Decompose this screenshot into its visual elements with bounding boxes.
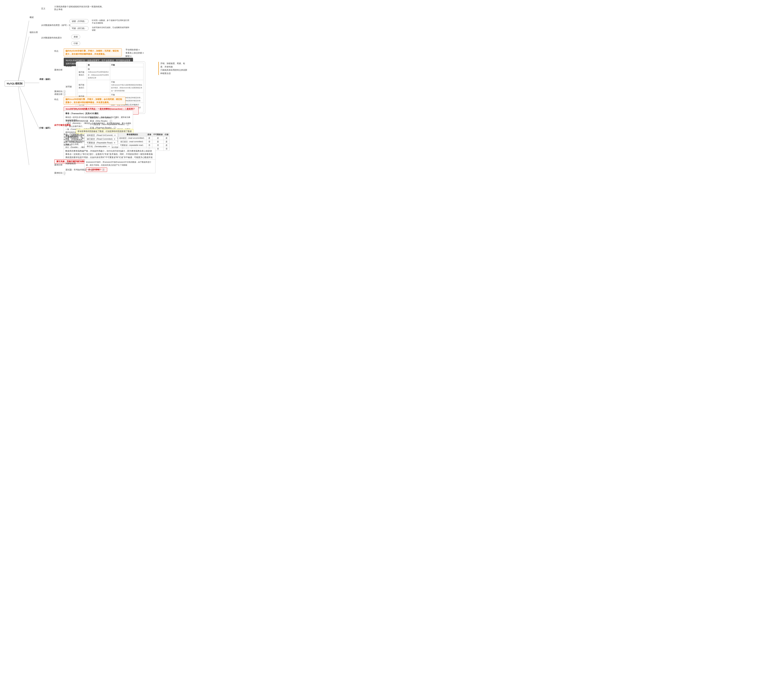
transaction-title: 事务（Transaction）及其ACID属性 (66, 112, 131, 115)
svg-line-4 (18, 83, 29, 165)
node-table-lock-small: 表锁 (71, 35, 80, 39)
lost-update-text: 更新丢失（Lost Update） (90, 116, 113, 119)
gap-lock: 间隙锁危害 (66, 162, 76, 165)
table-feature-text: 偏向MyISAM存储引擎，开销小，加锁快；无死锁；锁定粒度大，发生锁冲突的概率最… (66, 50, 119, 55)
read-lock-content: 能 不能 能不能查自己 能当前session可以查询该表记录，其他session… (76, 61, 145, 114)
dirty-phantom-text: 脏读是事务B里面修改了数据、幻读是事务B里面新增了数据 (78, 130, 132, 132)
table-feature-label: 特点 (54, 50, 58, 53)
node-by-granularity: 从对数据操作的粒度分 (41, 37, 62, 39)
row-ca-text: 案例分析 (54, 164, 62, 166)
conclusion-circle: 1 (63, 90, 66, 93)
nr-circle: 3 (126, 123, 129, 126)
innodb-feature-text: 偏向InnoDB存储引擎，开锁大，加锁慢；会出现死锁；锁定粒度最小，发生锁冲突的… (66, 98, 122, 103)
right-note-line2: 只能就具体应用的特点来说那种锁更合适 (161, 69, 187, 75)
lu-circle: 1 (114, 116, 117, 119)
table-check: 查看表上加过的锁 ≡ (126, 52, 144, 55)
row-lock-analysis: 行锁分析 1 (54, 175, 66, 175)
isolation-note: 脏读、不可重复读、幻读，都是数据库读一致性问题，必须由数据库提供一定的事务隔离机… (64, 133, 83, 146)
dirty-reads: 脏读（Dirty Reads） 2 (90, 120, 112, 122)
row-feature-label: 特点 (54, 98, 58, 101)
node-by-rw: 从对数据操作的类型（读/写）分 (41, 24, 71, 27)
node-row-lock-small: 行锁 (71, 41, 80, 45)
write-lock-note: 当前写操作没有完成前，它会阻断其他写锁和读锁 (92, 26, 129, 31)
row-feature-box: 偏向InnoDB存储引擎，开锁大，加锁慢；会出现死锁；锁定粒度最小，发生锁冲突的… (64, 97, 126, 105)
read-lock-case: 加读锁 (66, 65, 72, 67)
dr-circle: 2 (109, 120, 112, 122)
table-case-analysis: 案例分析 (54, 69, 62, 71)
page-container: MySQL锁机制 概述 定义 计算机协调多个进程或线程并发访问某一资源的机制。 … (0, 0, 190, 175)
row-case-analysis: 案例分析 (54, 164, 62, 166)
lost-update: 更新丢失（Lost Update） 1 (90, 116, 117, 119)
gap-q-circle: 2 (102, 168, 105, 171)
concurrent-problems: 并发事务处理带来的问题 (66, 120, 88, 122)
phantom-reads: 幻读（Phantom Reads） 4 (90, 127, 116, 129)
branch-row-lock: 行锁（偏写） (39, 127, 52, 129)
interview-node: 面试题：常考如何锁定一行 2 (66, 168, 94, 171)
branch-overview: 概述 (30, 16, 34, 19)
row-lock-support-tx: 由于行锁支持事务 (54, 124, 71, 127)
mindmap: MySQL锁机制 概述 定义 计算机协调多个进程或线程并发访问某一资源的机制。 … (2, 2, 188, 170)
analysis-circle: 1 (63, 93, 66, 95)
table-unlock: 解锁 ≡ (126, 55, 131, 58)
row-case-conclusion: 案例结论 1 (54, 172, 66, 174)
central-node: MySQL锁机制 (5, 81, 25, 87)
table-case-conclusion: 案例结论 1 (54, 90, 66, 93)
table-lock-analysis: 表锁分析 1 (54, 93, 66, 95)
table-add-manually: 手动增加表锁 ≡ (126, 48, 140, 51)
node-read-lock: 读锁（共享锁） (69, 19, 89, 23)
table-feature-box: 偏向MyISAM存储引擎，开销小，加锁快；无死锁；锁定粒度大，发生锁冲突的概率最… (64, 48, 122, 56)
isolation-note-text: 脏读、不可重复读、幻读，都是数据库读一致性问题，必须由数据库提供一定的事务隔离机… (64, 133, 83, 146)
row-cc-text: 案例结论 (54, 172, 62, 174)
node-lock-types: 锁的分类 (30, 31, 38, 34)
node-write-lock: 写锁（排它锁） (69, 26, 89, 31)
write-lock-case: 加写锁 (66, 85, 72, 88)
table-analysis-text: 表锁分析 (54, 93, 62, 95)
nr-text: 不可重复读（Non-Repeatable Reads） (90, 123, 126, 125)
svg-line-1 (18, 37, 29, 83)
dirty-reads-text: 脏读（Dirty Reads） (90, 120, 109, 122)
gap-lock-text: 间隙锁危害 (66, 162, 76, 165)
rla-text: 行锁分析 (54, 175, 62, 175)
row-cc-circle: 1 (63, 172, 66, 174)
non-repeatable: 不可重复读（Non-Repeatable Reads） 3 (90, 123, 129, 126)
svg-line-0 (18, 20, 29, 83)
read-lock-note: 针对同一份数据，多个读操作可以同时进行而不会互相影响 (92, 19, 129, 24)
node-computer-def: 计算机协调多个进程或线程并发访问某一资源的机制。 (54, 5, 104, 8)
right-note-line1: 开销、加锁速度、死锁、粒度、并发性能 (161, 62, 187, 69)
interview-circle: 2 (91, 169, 94, 171)
pr-circle: 4 (114, 127, 116, 129)
right-note: 开销、加锁速度、死锁、粒度、并发性能 只能就具体应用的特点来说那种锁更合适 (158, 62, 187, 75)
case-conclusion-text: 案例结论 (54, 90, 62, 92)
node-define: 定义 (41, 7, 45, 10)
branch-table-lock: 表锁（偏读） (39, 78, 52, 81)
pr-text: 幻读（Phantom Reads） (90, 127, 113, 129)
gap-lock-content: 在session1中操作，而session2中操作session1中没有的数据，… (84, 159, 156, 173)
rla-circle: 1 (63, 175, 66, 175)
interview-text: 面试题：常考如何锁定一行 (66, 169, 90, 171)
node-prevent: 防止争抢 (54, 8, 62, 11)
svg-line-3 (18, 83, 39, 129)
